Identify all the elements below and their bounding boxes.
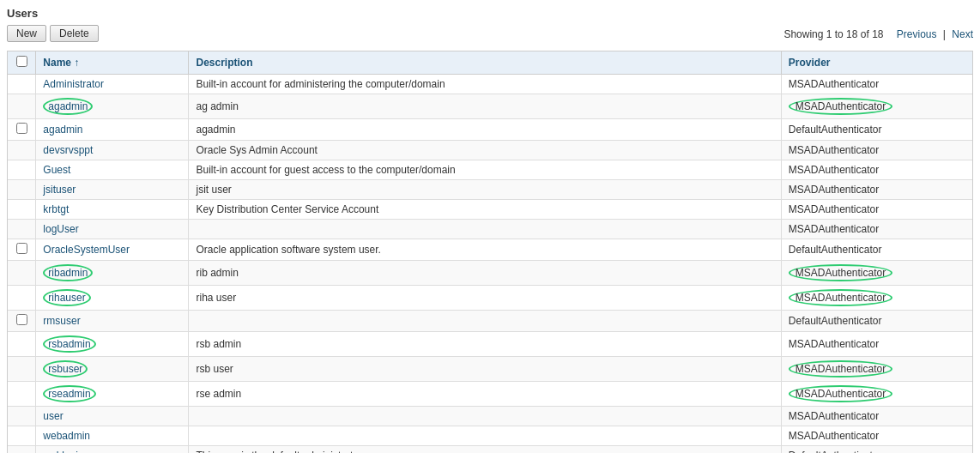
row-name-cell: OracleSystemUser — [36, 239, 189, 261]
col-header-provider: Provider — [781, 51, 972, 75]
row-provider-cell: MSADAuthenticator — [781, 382, 972, 407]
delete-button[interactable]: Delete — [50, 25, 99, 42]
row-description-cell: This user is the default administrator. — [189, 446, 781, 454]
pagination-top-showing: Showing 1 to 18 of 18 — [783, 28, 883, 40]
new-button[interactable]: New — [7, 25, 46, 42]
provider-value: MSADAuthenticator — [789, 264, 892, 281]
row-description-cell: jsit user — [189, 180, 781, 200]
user-name-link[interactable]: OracleSystemUser — [43, 244, 130, 256]
user-name-link[interactable]: rsbuser — [43, 360, 88, 378]
row-description-cell: ag admin — [189, 94, 781, 119]
row-name-cell: agadmin — [36, 119, 189, 141]
table-row: rmsuserDefaultAuthenticator — [8, 311, 972, 332]
row-description-cell — [189, 407, 781, 426]
toolbar: New Delete — [7, 25, 99, 42]
row-provider-cell: DefaultAuthenticator — [781, 446, 972, 454]
row-checkbox-cell — [8, 311, 36, 332]
user-name-link[interactable]: ribadmin — [43, 264, 93, 281]
row-name-cell: devsrvsppt — [36, 141, 189, 160]
pagination-top-previous[interactable]: Previous — [897, 28, 937, 40]
table-row: rsbuserrsb userMSADAuthenticator — [8, 357, 972, 382]
provider-value: MSADAuthenticator — [789, 98, 892, 115]
row-description-cell: rib admin — [189, 261, 781, 286]
pagination-top: Showing 1 to 18 of 18 Previous | Next — [780, 28, 973, 40]
user-name-link[interactable]: jsituser — [43, 184, 76, 196]
row-provider-cell: MSADAuthenticator — [781, 286, 972, 311]
row-name-cell: weblogic — [36, 446, 189, 454]
row-checkbox-cell — [8, 75, 36, 94]
users-table: Name ↑ Description Provider Administrato… — [8, 51, 972, 453]
row-checkbox-cell — [8, 382, 36, 407]
table-row: rihauserriha userMSADAuthenticator — [8, 286, 972, 311]
row-description-cell: rsb user — [189, 357, 781, 382]
row-name-cell: agadmin — [36, 94, 189, 119]
row-checkbox-cell — [8, 446, 36, 454]
page-title: Users — [7, 7, 973, 20]
row-name-cell: krbtgt — [36, 200, 189, 220]
row-provider-cell: MSADAuthenticator — [781, 261, 972, 286]
row-description-cell: riha user — [189, 286, 781, 311]
user-name-link[interactable]: agadmin — [43, 98, 93, 115]
user-name-link[interactable]: Guest — [43, 164, 70, 176]
col-header-description: Description — [189, 51, 781, 75]
table-row: AdministratorBuilt-in account for admini… — [8, 75, 972, 94]
provider-value: MSADAuthenticator — [789, 289, 892, 306]
row-checkbox-cell — [8, 180, 36, 200]
row-provider-cell: MSADAuthenticator — [781, 220, 972, 239]
user-name-link[interactable]: rmsuser — [43, 315, 80, 327]
row-provider-cell: MSADAuthenticator — [781, 180, 972, 200]
user-name-link[interactable]: krbtgt — [43, 203, 69, 215]
table-row: agadminag adminMSADAuthenticator — [8, 94, 972, 119]
row-checkbox[interactable] — [16, 243, 27, 254]
select-all-checkbox[interactable] — [16, 56, 27, 67]
row-name-cell: jsituser — [36, 180, 189, 200]
row-checkbox[interactable] — [16, 314, 27, 325]
row-provider-cell: MSADAuthenticator — [781, 357, 972, 382]
table-row: OracleSystemUserOracle application softw… — [8, 239, 972, 261]
row-provider-cell: MSADAuthenticator — [781, 407, 972, 426]
col-header-checkbox — [8, 51, 36, 75]
user-name-link[interactable]: logUser — [43, 223, 78, 235]
row-description-cell: agadmin — [189, 119, 781, 141]
pagination-top-next[interactable]: Next — [952, 28, 973, 40]
row-provider-cell: MSADAuthenticator — [781, 332, 972, 357]
row-checkbox[interactable] — [16, 123, 27, 134]
row-provider-cell: MSADAuthenticator — [781, 141, 972, 160]
user-name-link[interactable]: rihauser — [43, 289, 90, 306]
row-name-cell: webadmin — [36, 426, 189, 446]
user-name-link[interactable]: weblogic — [43, 450, 83, 453]
table-row: ribadminrib adminMSADAuthenticator — [8, 261, 972, 286]
row-provider-cell: DefaultAuthenticator — [781, 311, 972, 332]
row-checkbox-cell — [8, 426, 36, 446]
col-header-name[interactable]: Name ↑ — [36, 51, 189, 75]
user-name-link[interactable]: user — [43, 410, 63, 422]
user-name-link[interactable]: agadmin — [43, 124, 82, 136]
row-checkbox-cell — [8, 94, 36, 119]
row-checkbox-cell — [8, 332, 36, 357]
row-description-cell — [189, 220, 781, 239]
row-provider-cell: MSADAuthenticator — [781, 75, 972, 94]
row-name-cell: Administrator — [36, 75, 189, 94]
row-description-cell: Key Distribution Center Service Account — [189, 200, 781, 220]
row-name-cell: rsbadmin — [36, 332, 189, 357]
row-description-cell: rsb admin — [189, 332, 781, 357]
table-row: rseadminrse adminMSADAuthenticator — [8, 382, 972, 407]
user-name-link[interactable]: webadmin — [43, 430, 90, 442]
table-row: agadminagadminDefaultAuthenticator — [8, 119, 972, 141]
row-provider-cell: MSADAuthenticator — [781, 94, 972, 119]
row-checkbox-cell — [8, 141, 36, 160]
row-name-cell: logUser — [36, 220, 189, 239]
user-name-link[interactable]: rseadmin — [43, 385, 95, 402]
user-name-link[interactable]: devsrvsppt — [43, 144, 93, 156]
row-provider-cell: MSADAuthenticator — [781, 426, 972, 446]
user-name-link[interactable]: rsbadmin — [43, 335, 95, 353]
row-checkbox-cell — [8, 220, 36, 239]
user-name-link[interactable]: Administrator — [43, 78, 104, 90]
row-checkbox-cell — [8, 407, 36, 426]
row-checkbox-cell — [8, 200, 36, 220]
row-description-cell: Built-in account for administering the c… — [189, 75, 781, 94]
row-name-cell: user — [36, 407, 189, 426]
row-checkbox-cell — [8, 239, 36, 261]
row-description-cell: Oracle application software system user. — [189, 239, 781, 261]
table-row: GuestBuilt-in account for guest access t… — [8, 160, 972, 180]
